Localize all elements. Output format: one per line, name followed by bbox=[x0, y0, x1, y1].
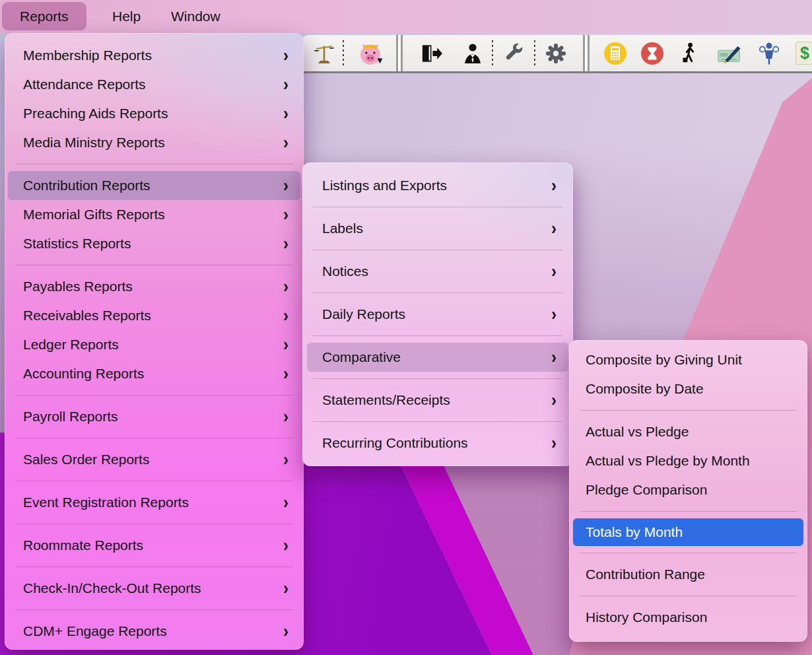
menu-item-memorial-gifts-reports[interactable]: Memorial Gifts Reports › bbox=[8, 200, 300, 229]
toolbar-dotted-divider bbox=[492, 40, 493, 67]
menu-item-sales-order-reports[interactable]: Sales Order Reports › bbox=[8, 445, 300, 474]
menu-bar: Reports Help Window bbox=[0, 0, 812, 33]
menu-item-accounting-reports[interactable]: Accounting Reports › bbox=[8, 359, 300, 388]
hourglass-icon[interactable] bbox=[640, 41, 665, 66]
menubar-item-help[interactable]: Help bbox=[112, 2, 141, 30]
menu-separator bbox=[15, 164, 293, 164]
wrench-icon[interactable] bbox=[504, 43, 525, 64]
exit-door-icon[interactable] bbox=[420, 44, 443, 63]
submenu-chevron-icon: › bbox=[283, 365, 288, 383]
menu-item-statements-receipts[interactable]: Statements/Receipts › bbox=[307, 386, 568, 415]
submenu-chevron-icon: › bbox=[283, 494, 288, 512]
menu-item-payables-reports[interactable]: Payables Reports › bbox=[8, 272, 300, 301]
menu-separator bbox=[15, 524, 293, 524]
menu-separator bbox=[15, 481, 293, 481]
menu-separator bbox=[15, 609, 293, 610]
menu-item-totals-by-month[interactable]: Totals by Month bbox=[573, 518, 803, 546]
toolbar-double-divider bbox=[580, 35, 592, 71]
dollar-sign-icon[interactable]: $ bbox=[795, 42, 812, 65]
reports-menu-panel: Membership Reports › Attendance Reports … bbox=[5, 33, 304, 650]
menu-separator bbox=[313, 335, 562, 336]
submenu-chevron-icon: › bbox=[283, 177, 288, 195]
dropdown-arrow-icon: ▼ bbox=[376, 55, 384, 65]
person-finance-icon[interactable] bbox=[759, 42, 780, 65]
menu-item-composite-by-date[interactable]: Composite by Date bbox=[573, 374, 803, 403]
submenu-chevron-icon: › bbox=[283, 76, 288, 94]
menu-item-contribution-range[interactable]: Contribution Range bbox=[573, 560, 803, 589]
menu-item-preaching-aids-reports[interactable]: Preaching Aids Reports › bbox=[8, 99, 300, 128]
check-writing-icon[interactable] bbox=[718, 42, 743, 65]
walking-person-icon[interactable] bbox=[679, 42, 699, 65]
submenu-chevron-icon: › bbox=[551, 392, 557, 409]
balance-scale-icon[interactable] bbox=[312, 42, 336, 65]
submenu-chevron-icon: › bbox=[283, 451, 288, 469]
app-toolbar: ▼ bbox=[302, 35, 812, 73]
menu-item-actual-vs-pledge[interactable]: Actual vs Pledge bbox=[573, 417, 803, 446]
gear-icon[interactable] bbox=[545, 42, 567, 65]
submenu-chevron-icon: › bbox=[551, 349, 557, 366]
menu-separator bbox=[580, 596, 797, 596]
menu-item-notices[interactable]: Notices › bbox=[307, 257, 568, 286]
menu-item-comparative[interactable]: Comparative › bbox=[307, 343, 568, 372]
submenu-chevron-icon: › bbox=[283, 134, 288, 152]
calculator-icon[interactable] bbox=[603, 41, 628, 66]
submenu-chevron-icon: › bbox=[283, 206, 288, 224]
contribution-reports-submenu-panel: Listings and Exports › Labels › Notices … bbox=[302, 162, 573, 466]
menu-item-payroll-reports[interactable]: Payroll Reports › bbox=[8, 402, 300, 431]
menu-item-actual-vs-pledge-by-month[interactable]: Actual vs Pledge by Month bbox=[573, 446, 803, 475]
submenu-chevron-icon: › bbox=[551, 220, 557, 238]
submenu-chevron-icon: › bbox=[283, 307, 288, 325]
menu-separator bbox=[313, 293, 562, 293]
menu-item-daily-reports[interactable]: Daily Reports › bbox=[307, 300, 568, 329]
menu-item-statistics-reports[interactable]: Statistics Reports › bbox=[8, 229, 300, 258]
menu-item-contribution-reports[interactable]: Contribution Reports › bbox=[8, 171, 300, 200]
menu-item-listings-and-exports[interactable]: Listings and Exports › bbox=[307, 171, 568, 200]
submenu-chevron-icon: › bbox=[283, 623, 288, 640]
menu-separator bbox=[15, 395, 293, 396]
menu-separator bbox=[15, 438, 293, 438]
submenu-chevron-icon: › bbox=[551, 306, 557, 324]
submenu-chevron-icon: › bbox=[283, 336, 288, 354]
menu-separator bbox=[580, 553, 797, 553]
piggy-bank-icon[interactable]: ▼ bbox=[357, 40, 384, 67]
menu-separator bbox=[313, 378, 562, 379]
menu-item-composite-by-giving-unit[interactable]: Composite by Giving Unit bbox=[573, 345, 803, 374]
toolbar-dotted-divider bbox=[534, 40, 535, 67]
menu-item-check-in-check-out-reports[interactable]: Check-In/Check-Out Reports › bbox=[8, 574, 300, 603]
submenu-chevron-icon: › bbox=[283, 47, 288, 65]
menu-item-event-registration-reports[interactable]: Event Registration Reports › bbox=[8, 488, 300, 517]
menu-separator bbox=[15, 567, 293, 567]
menu-item-pledge-comparison[interactable]: Pledge Comparison bbox=[573, 475, 803, 504]
business-person-icon[interactable] bbox=[463, 43, 483, 64]
menu-item-attendance-reports[interactable]: Attendance Reports › bbox=[8, 70, 300, 99]
menu-item-ledger-reports[interactable]: Ledger Reports › bbox=[8, 330, 300, 359]
menu-item-receivables-reports[interactable]: Receivables Reports › bbox=[8, 301, 300, 330]
menu-item-recurring-contributions[interactable]: Recurring Contributions › bbox=[307, 429, 568, 458]
menu-item-roommate-reports[interactable]: Roommate Reports › bbox=[8, 531, 300, 560]
submenu-chevron-icon: › bbox=[283, 278, 288, 296]
menu-separator bbox=[313, 421, 562, 422]
menu-separator bbox=[313, 207, 562, 207]
submenu-chevron-icon: › bbox=[551, 263, 557, 281]
menu-separator bbox=[15, 265, 293, 265]
menu-item-history-comparison[interactable]: History Comparison bbox=[573, 603, 803, 632]
menu-item-cdm-engage-reports[interactable]: CDM+ Engage Reports › bbox=[8, 617, 300, 646]
submenu-chevron-icon: › bbox=[283, 235, 288, 253]
menu-separator bbox=[580, 511, 797, 512]
submenu-chevron-icon: › bbox=[551, 177, 557, 195]
menu-separator bbox=[313, 250, 562, 250]
submenu-chevron-icon: › bbox=[283, 537, 288, 555]
menu-item-media-ministry-reports[interactable]: Media Ministry Reports › bbox=[8, 128, 300, 157]
menu-separator bbox=[580, 410, 797, 411]
menu-item-membership-reports[interactable]: Membership Reports › bbox=[8, 41, 300, 70]
submenu-chevron-icon: › bbox=[551, 434, 557, 452]
submenu-chevron-icon: › bbox=[283, 580, 288, 598]
submenu-chevron-icon: › bbox=[283, 105, 288, 123]
menubar-item-window[interactable]: Window bbox=[171, 2, 220, 30]
comparative-submenu-panel: Composite by Giving Unit Composite by Da… bbox=[569, 340, 807, 642]
submenu-chevron-icon: › bbox=[283, 408, 288, 426]
menubar-item-reports[interactable]: Reports bbox=[2, 2, 86, 30]
desktop-screen: ▼ bbox=[0, 0, 812, 655]
menu-item-labels[interactable]: Labels › bbox=[307, 214, 568, 243]
toolbar-double-divider bbox=[393, 35, 405, 71]
